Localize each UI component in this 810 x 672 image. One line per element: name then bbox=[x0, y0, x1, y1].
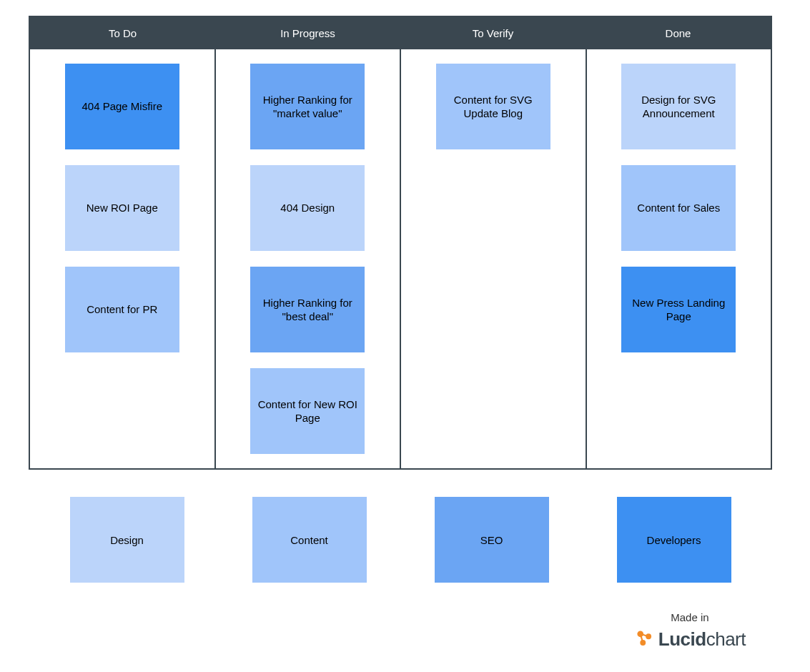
column-todo[interactable]: 404 Page Misfire New ROI Page Content fo… bbox=[30, 49, 216, 468]
branding-made-in: Made in bbox=[671, 611, 708, 623]
card-higher-ranking-market-value[interactable]: Higher Ranking for "market value" bbox=[250, 64, 365, 149]
branding-logo: Lucidchart bbox=[634, 628, 746, 651]
columns-row: 404 Page Misfire New ROI Page Content fo… bbox=[30, 49, 771, 468]
card-content-for-sales[interactable]: Content for Sales bbox=[621, 165, 736, 251]
legend-content: Content bbox=[252, 497, 367, 583]
lucidchart-logo-icon bbox=[634, 628, 654, 651]
column-header-row: To Do In Progress To Verify Done bbox=[30, 17, 771, 49]
card-404-page-misfire[interactable]: 404 Page Misfire bbox=[65, 64, 179, 149]
card-content-new-roi-page[interactable]: Content for New ROI Page bbox=[250, 368, 365, 454]
column-header-toverify: To Verify bbox=[400, 17, 586, 49]
legend-seo: SEO bbox=[435, 497, 549, 583]
card-higher-ranking-best-deal[interactable]: Higher Ranking for "best deal" bbox=[250, 267, 365, 352]
legend-row: Design Content SEO Developers bbox=[29, 497, 772, 583]
column-header-done: Done bbox=[586, 17, 771, 49]
card-content-for-pr[interactable]: Content for PR bbox=[65, 267, 179, 352]
brand-bold: Lucid bbox=[658, 628, 706, 650]
branding: Made in Lucidchart bbox=[634, 611, 746, 651]
brand-text: Lucidchart bbox=[658, 628, 746, 651]
legend-design: Design bbox=[70, 497, 184, 583]
legend-developers: Developers bbox=[617, 497, 731, 583]
column-header-todo: To Do bbox=[30, 17, 215, 49]
column-inprogress[interactable]: Higher Ranking for "market value" 404 De… bbox=[216, 49, 402, 468]
brand-light: chart bbox=[706, 628, 746, 650]
card-404-design[interactable]: 404 Design bbox=[250, 165, 365, 251]
column-toverify[interactable]: Content for SVG Update Blog bbox=[401, 49, 587, 468]
column-done[interactable]: Design for SVG Announcement Content for … bbox=[587, 49, 771, 468]
column-header-inprogress: In Progress bbox=[215, 17, 400, 49]
card-new-press-landing[interactable]: New Press Landing Page bbox=[621, 267, 736, 352]
card-content-svg-update-blog[interactable]: Content for SVG Update Blog bbox=[436, 64, 550, 149]
card-new-roi-page[interactable]: New ROI Page bbox=[65, 165, 179, 251]
kanban-board: To Do In Progress To Verify Done 404 Pag… bbox=[29, 16, 772, 470]
card-design-svg-announcement[interactable]: Design for SVG Announcement bbox=[621, 64, 736, 149]
